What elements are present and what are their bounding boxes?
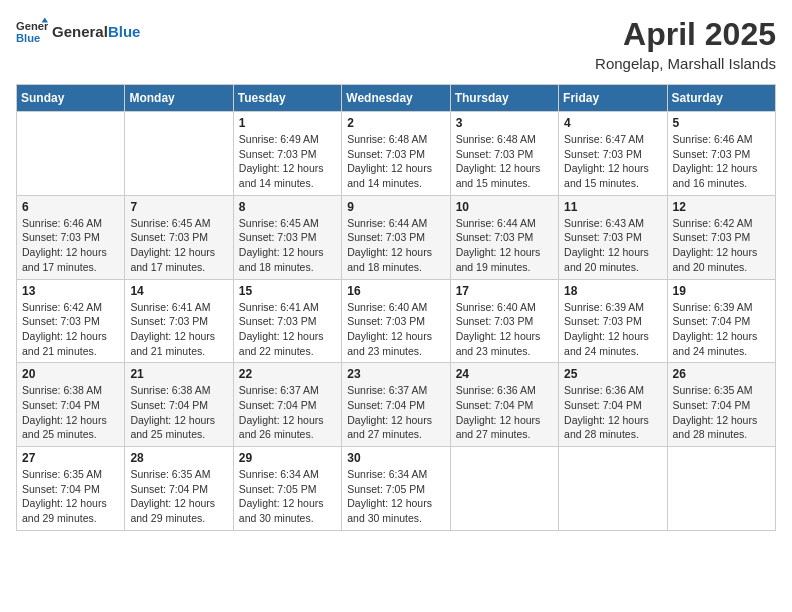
calendar-week-row: 1Sunrise: 6:49 AM Sunset: 7:03 PM Daylig… xyxy=(17,112,776,196)
calendar-cell: 11Sunrise: 6:43 AM Sunset: 7:03 PM Dayli… xyxy=(559,195,667,279)
weekday-header: Sunday xyxy=(17,85,125,112)
day-number: 12 xyxy=(673,200,770,214)
calendar-week-row: 13Sunrise: 6:42 AM Sunset: 7:03 PM Dayli… xyxy=(17,279,776,363)
day-detail: Sunrise: 6:34 AM Sunset: 7:05 PM Dayligh… xyxy=(239,467,336,526)
month-title: April 2025 xyxy=(595,16,776,53)
day-number: 8 xyxy=(239,200,336,214)
calendar-cell: 15Sunrise: 6:41 AM Sunset: 7:03 PM Dayli… xyxy=(233,279,341,363)
day-detail: Sunrise: 6:44 AM Sunset: 7:03 PM Dayligh… xyxy=(456,216,553,275)
day-detail: Sunrise: 6:40 AM Sunset: 7:03 PM Dayligh… xyxy=(347,300,444,359)
day-number: 5 xyxy=(673,116,770,130)
calendar-cell: 21Sunrise: 6:38 AM Sunset: 7:04 PM Dayli… xyxy=(125,363,233,447)
calendar-header: SundayMondayTuesdayWednesdayThursdayFrid… xyxy=(17,85,776,112)
calendar-body: 1Sunrise: 6:49 AM Sunset: 7:03 PM Daylig… xyxy=(17,112,776,531)
location: Rongelap, Marshall Islands xyxy=(595,55,776,72)
calendar-cell: 27Sunrise: 6:35 AM Sunset: 7:04 PM Dayli… xyxy=(17,447,125,531)
day-number: 23 xyxy=(347,367,444,381)
day-detail: Sunrise: 6:48 AM Sunset: 7:03 PM Dayligh… xyxy=(456,132,553,191)
day-detail: Sunrise: 6:36 AM Sunset: 7:04 PM Dayligh… xyxy=(564,383,661,442)
calendar-cell: 3Sunrise: 6:48 AM Sunset: 7:03 PM Daylig… xyxy=(450,112,558,196)
day-number: 13 xyxy=(22,284,119,298)
day-number: 19 xyxy=(673,284,770,298)
calendar-cell xyxy=(559,447,667,531)
day-detail: Sunrise: 6:45 AM Sunset: 7:03 PM Dayligh… xyxy=(130,216,227,275)
logo-icon: General Blue xyxy=(16,16,48,48)
day-number: 18 xyxy=(564,284,661,298)
day-detail: Sunrise: 6:47 AM Sunset: 7:03 PM Dayligh… xyxy=(564,132,661,191)
day-number: 24 xyxy=(456,367,553,381)
calendar-cell: 23Sunrise: 6:37 AM Sunset: 7:04 PM Dayli… xyxy=(342,363,450,447)
day-number: 27 xyxy=(22,451,119,465)
day-detail: Sunrise: 6:41 AM Sunset: 7:03 PM Dayligh… xyxy=(239,300,336,359)
weekday-header: Wednesday xyxy=(342,85,450,112)
day-number: 28 xyxy=(130,451,227,465)
calendar-cell: 18Sunrise: 6:39 AM Sunset: 7:03 PM Dayli… xyxy=(559,279,667,363)
day-detail: Sunrise: 6:43 AM Sunset: 7:03 PM Dayligh… xyxy=(564,216,661,275)
day-number: 15 xyxy=(239,284,336,298)
day-number: 21 xyxy=(130,367,227,381)
day-number: 25 xyxy=(564,367,661,381)
day-detail: Sunrise: 6:36 AM Sunset: 7:04 PM Dayligh… xyxy=(456,383,553,442)
day-number: 9 xyxy=(347,200,444,214)
day-detail: Sunrise: 6:38 AM Sunset: 7:04 PM Dayligh… xyxy=(130,383,227,442)
day-detail: Sunrise: 6:38 AM Sunset: 7:04 PM Dayligh… xyxy=(22,383,119,442)
day-number: 2 xyxy=(347,116,444,130)
calendar-cell: 13Sunrise: 6:42 AM Sunset: 7:03 PM Dayli… xyxy=(17,279,125,363)
calendar-cell: 17Sunrise: 6:40 AM Sunset: 7:03 PM Dayli… xyxy=(450,279,558,363)
weekday-header: Tuesday xyxy=(233,85,341,112)
calendar-cell: 16Sunrise: 6:40 AM Sunset: 7:03 PM Dayli… xyxy=(342,279,450,363)
calendar-cell: 28Sunrise: 6:35 AM Sunset: 7:04 PM Dayli… xyxy=(125,447,233,531)
day-number: 7 xyxy=(130,200,227,214)
title-block: April 2025 Rongelap, Marshall Islands xyxy=(595,16,776,72)
calendar-cell: 19Sunrise: 6:39 AM Sunset: 7:04 PM Dayli… xyxy=(667,279,775,363)
svg-text:Blue: Blue xyxy=(16,32,40,44)
weekday-header: Thursday xyxy=(450,85,558,112)
day-detail: Sunrise: 6:42 AM Sunset: 7:03 PM Dayligh… xyxy=(673,216,770,275)
day-number: 3 xyxy=(456,116,553,130)
calendar-week-row: 20Sunrise: 6:38 AM Sunset: 7:04 PM Dayli… xyxy=(17,363,776,447)
calendar-cell: 22Sunrise: 6:37 AM Sunset: 7:04 PM Dayli… xyxy=(233,363,341,447)
calendar-cell: 6Sunrise: 6:46 AM Sunset: 7:03 PM Daylig… xyxy=(17,195,125,279)
header-row: SundayMondayTuesdayWednesdayThursdayFrid… xyxy=(17,85,776,112)
day-number: 1 xyxy=(239,116,336,130)
calendar-cell: 4Sunrise: 6:47 AM Sunset: 7:03 PM Daylig… xyxy=(559,112,667,196)
calendar-cell xyxy=(667,447,775,531)
calendar-week-row: 27Sunrise: 6:35 AM Sunset: 7:04 PM Dayli… xyxy=(17,447,776,531)
calendar-cell: 5Sunrise: 6:46 AM Sunset: 7:03 PM Daylig… xyxy=(667,112,775,196)
day-detail: Sunrise: 6:35 AM Sunset: 7:04 PM Dayligh… xyxy=(673,383,770,442)
day-detail: Sunrise: 6:37 AM Sunset: 7:04 PM Dayligh… xyxy=(347,383,444,442)
day-detail: Sunrise: 6:39 AM Sunset: 7:03 PM Dayligh… xyxy=(564,300,661,359)
calendar-cell xyxy=(17,112,125,196)
day-number: 29 xyxy=(239,451,336,465)
day-number: 22 xyxy=(239,367,336,381)
day-number: 30 xyxy=(347,451,444,465)
calendar-cell: 14Sunrise: 6:41 AM Sunset: 7:03 PM Dayli… xyxy=(125,279,233,363)
day-number: 11 xyxy=(564,200,661,214)
calendar-cell: 8Sunrise: 6:45 AM Sunset: 7:03 PM Daylig… xyxy=(233,195,341,279)
calendar-table: SundayMondayTuesdayWednesdayThursdayFrid… xyxy=(16,84,776,531)
day-number: 17 xyxy=(456,284,553,298)
day-detail: Sunrise: 6:46 AM Sunset: 7:03 PM Dayligh… xyxy=(673,132,770,191)
day-detail: Sunrise: 6:42 AM Sunset: 7:03 PM Dayligh… xyxy=(22,300,119,359)
calendar-cell: 30Sunrise: 6:34 AM Sunset: 7:05 PM Dayli… xyxy=(342,447,450,531)
logo: General Blue GeneralBlue xyxy=(16,16,140,48)
day-detail: Sunrise: 6:35 AM Sunset: 7:04 PM Dayligh… xyxy=(22,467,119,526)
calendar-cell: 2Sunrise: 6:48 AM Sunset: 7:03 PM Daylig… xyxy=(342,112,450,196)
day-detail: Sunrise: 6:44 AM Sunset: 7:03 PM Dayligh… xyxy=(347,216,444,275)
calendar-cell xyxy=(450,447,558,531)
day-number: 16 xyxy=(347,284,444,298)
day-detail: Sunrise: 6:49 AM Sunset: 7:03 PM Dayligh… xyxy=(239,132,336,191)
weekday-header: Saturday xyxy=(667,85,775,112)
calendar-cell: 7Sunrise: 6:45 AM Sunset: 7:03 PM Daylig… xyxy=(125,195,233,279)
day-detail: Sunrise: 6:35 AM Sunset: 7:04 PM Dayligh… xyxy=(130,467,227,526)
calendar-cell: 24Sunrise: 6:36 AM Sunset: 7:04 PM Dayli… xyxy=(450,363,558,447)
day-number: 10 xyxy=(456,200,553,214)
day-number: 26 xyxy=(673,367,770,381)
day-detail: Sunrise: 6:48 AM Sunset: 7:03 PM Dayligh… xyxy=(347,132,444,191)
calendar-cell: 9Sunrise: 6:44 AM Sunset: 7:03 PM Daylig… xyxy=(342,195,450,279)
weekday-header: Monday xyxy=(125,85,233,112)
day-number: 20 xyxy=(22,367,119,381)
calendar-cell: 25Sunrise: 6:36 AM Sunset: 7:04 PM Dayli… xyxy=(559,363,667,447)
day-number: 14 xyxy=(130,284,227,298)
calendar-cell: 26Sunrise: 6:35 AM Sunset: 7:04 PM Dayli… xyxy=(667,363,775,447)
